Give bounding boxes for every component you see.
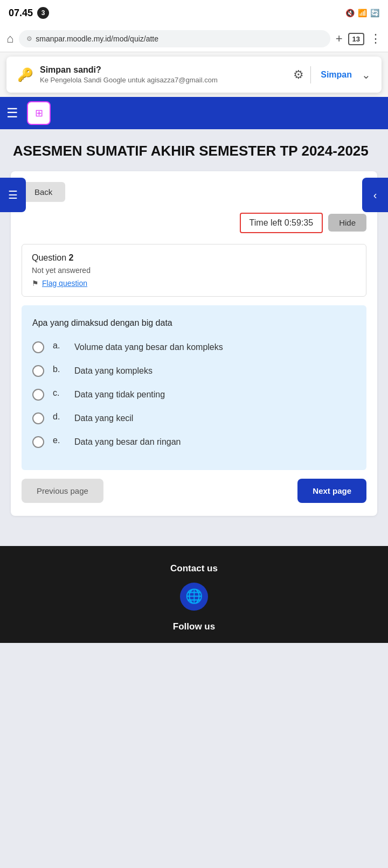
url-text: smanpar.moodle.my.id/mod/quiz/atte — [36, 34, 158, 43]
question-word: Question — [32, 253, 66, 262]
previous-page-button[interactable]: Previous page — [22, 479, 103, 503]
option-row-b[interactable]: b. Data yang kompleks — [32, 365, 356, 377]
home-icon[interactable]: ⌂ — [6, 32, 13, 46]
chevron-left-icon: ‹ — [373, 189, 377, 201]
notification-badge: 3 — [37, 7, 49, 19]
question-label: Question 2 — [32, 253, 356, 263]
signal-icon: 📶 — [358, 9, 367, 17]
footer-contact-label: Contact us — [11, 563, 377, 574]
tab-count[interactable]: 13 — [348, 33, 364, 45]
add-tab-icon[interactable]: + — [336, 32, 343, 46]
option-label-a: a. — [53, 341, 66, 351]
timer-row: Time left 0:59:35 Hide — [22, 213, 366, 233]
popup-gear-icon[interactable]: ⚙ — [293, 68, 304, 82]
question-header: Question 2 Not yet answered ⚑ Flag quest… — [22, 244, 366, 297]
save-password-popup-wrapper: 🔑 Simpan sandi? Ke Pengelola Sandi Googl… — [0, 52, 388, 97]
option-row-c[interactable]: c. Data yang tidak penting — [32, 388, 356, 401]
option-label-d: d. — [53, 412, 66, 422]
option-text-d: Data yang kecil — [74, 412, 356, 425]
next-page-button[interactable]: Next page — [297, 479, 366, 503]
status-bar: 07.45 3 🔇 📶 🔄 — [0, 0, 388, 26]
sidebar-right-button[interactable]: ‹ — [362, 178, 388, 212]
option-row-a[interactable]: a. Volume data yang besar dan kompleks — [32, 341, 356, 354]
key-icon: 🔑 — [17, 67, 33, 82]
question-body: Apa yang dimaksud dengan big data a. Vol… — [22, 305, 366, 470]
quiz-card: Back Time left 0:59:35 Hide Question 2 N… — [11, 171, 377, 516]
divider — [310, 66, 311, 83]
flag-row: ⚑ Flag question — [32, 279, 356, 288]
flag-question-link[interactable]: Flag question — [42, 279, 87, 288]
hamburger-icon[interactable]: ☰ — [6, 106, 18, 121]
main-content: ASESMEN SUMATIF AKHIR SEMESTER TP 2024-2… — [0, 129, 388, 546]
url-security-icon: ⚙ — [26, 35, 32, 43]
url-bar[interactable]: ⚙ smanpar.moodle.my.id/mod/quiz/atte — [19, 30, 330, 47]
quiz-list-icon: ⊞ — [35, 107, 43, 119]
mute-icon: 🔇 — [345, 9, 355, 17]
sidebar-left-button[interactable]: ☰ — [0, 178, 26, 212]
globe-icon: 🌐 — [185, 588, 203, 605]
popup-text-content: Simpan sandi? Ke Pengelola Sandi Google … — [40, 65, 287, 84]
popup-title: Simpan sandi? — [40, 65, 287, 75]
option-text-e: Data yang besar dan ringan — [74, 436, 356, 449]
status-time-group: 07.45 3 — [9, 7, 49, 19]
option-text-a: Volume data yang besar dan kompleks — [74, 341, 356, 354]
question-text: Apa yang dimaksud dengan big data — [32, 318, 356, 328]
option-row-e[interactable]: e. Data yang besar dan ringan — [32, 436, 356, 449]
flag-icon: ⚑ — [32, 279, 39, 288]
page-title: ASESMEN SUMATIF AKHIR SEMESTER TP 2024-2… — [0, 129, 388, 171]
more-options-icon[interactable]: ⋮ — [370, 32, 382, 46]
footer: Contact us 🌐 Follow us — [0, 546, 388, 643]
radio-a[interactable] — [32, 341, 44, 353]
list-icon: ☰ — [8, 188, 18, 201]
moodle-navbar: ☰ ⊞ — [0, 97, 388, 129]
refresh-icon: 🔄 — [370, 9, 379, 17]
status-icons: 🔇 📶 🔄 — [345, 9, 379, 17]
browser-actions: + 13 ⋮ — [336, 32, 382, 46]
back-button[interactable]: Back — [22, 182, 65, 202]
option-text-c: Data yang tidak penting — [74, 388, 356, 401]
footer-follow-label: Follow us — [11, 621, 377, 632]
hide-button[interactable]: Hide — [328, 214, 366, 232]
quiz-nav-icon[interactable]: ⊞ — [27, 101, 51, 125]
status-time: 07.45 — [9, 8, 33, 19]
popup-subtitle: Ke Pengelola Sandi Google untuk agisazza… — [40, 76, 287, 84]
question-number: 2 — [69, 253, 74, 262]
nav-buttons: Previous page Next page — [22, 479, 366, 503]
option-row-d[interactable]: d. Data yang kecil — [32, 412, 356, 425]
popup-chevron-icon[interactable]: ⌄ — [362, 68, 371, 81]
popup-save-button[interactable]: Simpan — [317, 70, 355, 80]
radio-d[interactable] — [32, 412, 44, 424]
question-status: Not yet answered — [32, 266, 356, 275]
radio-e[interactable] — [32, 436, 44, 448]
timer-display: Time left 0:59:35 — [240, 213, 323, 233]
option-text-b: Data yang kompleks — [74, 365, 356, 377]
option-label-c: c. — [53, 388, 66, 398]
radio-c[interactable] — [32, 389, 44, 401]
option-label-b: b. — [53, 365, 66, 374]
save-password-popup: 🔑 Simpan sandi? Ke Pengelola Sandi Googl… — [6, 57, 382, 93]
option-label-e: e. — [53, 436, 66, 445]
footer-globe-icon[interactable]: 🌐 — [180, 583, 208, 611]
browser-bar: ⌂ ⚙ smanpar.moodle.my.id/mod/quiz/atte +… — [0, 26, 388, 52]
radio-b[interactable] — [32, 365, 44, 377]
